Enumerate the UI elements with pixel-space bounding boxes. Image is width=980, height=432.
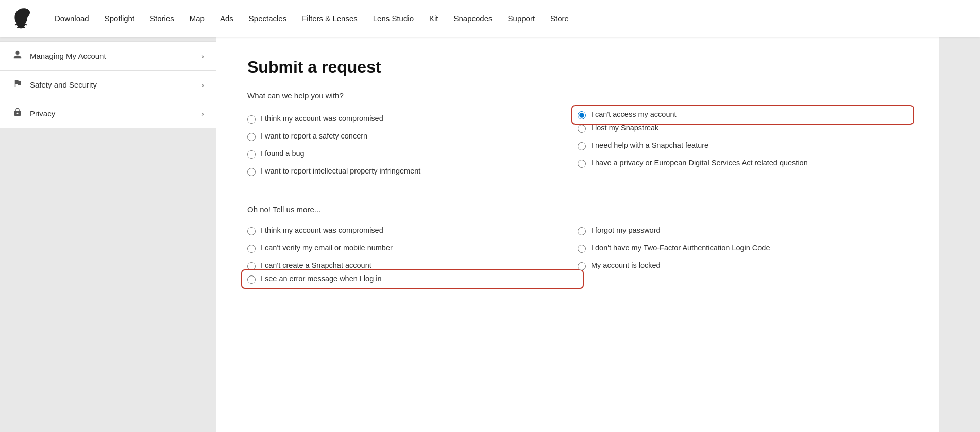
sidebar-label-0: Managing My Account: [30, 51, 106, 60]
radio-label-sub-options-12: My account is locked: [591, 261, 661, 269]
sidebar-item-2[interactable]: Privacy›: [0, 99, 216, 128]
radio-input-main-options-13[interactable]: [578, 160, 586, 168]
radio-option-main-options-0[interactable]: I think my account was compromised: [247, 110, 578, 128]
snapchat-logo[interactable]: [12, 7, 35, 30]
nav-link-support[interactable]: Support: [501, 10, 543, 27]
radio-label-sub-options-0: I think my account was compromised: [261, 226, 383, 234]
top-options-right: I can't access my accountI lost my Snaps…: [578, 110, 908, 180]
radio-option-sub-options-0[interactable]: I think my account was compromised: [247, 222, 578, 239]
radio-option-main-options-2[interactable]: I found a bug: [247, 145, 578, 163]
navbar: DownloadSpotlightStoriesMapAdsSpectacles…: [0, 0, 980, 37]
nav-link-spectacles[interactable]: Spectacles: [242, 10, 294, 27]
right-sidebar: [939, 37, 980, 432]
nav-link-lens-studio[interactable]: Lens Studio: [366, 10, 421, 27]
radio-label-main-options-0: I think my account was compromised: [261, 114, 383, 123]
radio-label-sub-options-10: I forgot my password: [591, 226, 661, 234]
radio-option-sub-options-10[interactable]: I forgot my password: [578, 222, 908, 239]
nav-link-ads[interactable]: Ads: [213, 10, 241, 27]
radio-input-main-options-0[interactable]: [247, 115, 256, 124]
help-question: What can we help you with?: [247, 91, 908, 100]
radio-input-sub-options-1[interactable]: [247, 245, 256, 253]
sidebar-chevron-0: ›: [201, 52, 204, 60]
radio-label-main-options-12: I need help with a Snapchat feature: [591, 141, 708, 149]
radio-label-sub-options-3: I see an error message when I log in: [261, 274, 382, 283]
radio-input-sub-options-10[interactable]: [578, 227, 586, 235]
radio-label-main-options-13: I have a privacy or European Digital Ser…: [591, 159, 808, 167]
subsection-title: Oh no! Tell us more...: [247, 205, 908, 214]
nav-link-stories[interactable]: Stories: [143, 10, 181, 27]
radio-input-main-options-12[interactable]: [578, 142, 586, 150]
radio-input-main-options-1[interactable]: [247, 133, 256, 141]
radio-label-main-options-3: I want to report intellectual property i…: [261, 167, 420, 175]
radio-option-sub-options-12[interactable]: My account is locked: [578, 257, 908, 274]
radio-input-main-options-2[interactable]: [247, 150, 256, 159]
radio-option-sub-options-3[interactable]: I see an error message when I log in: [243, 271, 582, 287]
sidebar-chevron-2: ›: [201, 110, 204, 118]
nav-link-kit[interactable]: Kit: [422, 10, 446, 27]
nav-links: DownloadSpotlightStoriesMapAdsSpectacles…: [47, 14, 576, 23]
radio-option-main-options-12[interactable]: I need help with a Snapchat feature: [578, 137, 908, 154]
radio-label-main-options-11: I lost my Snapstreak: [591, 124, 658, 132]
sidebar-label-1: Safety and Security: [30, 80, 97, 89]
sidebar-item-0[interactable]: Managing My Account›: [0, 41, 216, 71]
radio-input-sub-options-0[interactable]: [247, 227, 256, 235]
radio-option-sub-options-11[interactable]: I don't have my Two-Factor Authenticatio…: [578, 239, 908, 257]
radio-input-sub-options-11[interactable]: [578, 245, 586, 253]
sidebar-icon-1: [12, 79, 23, 91]
radio-input-main-options-11[interactable]: [578, 125, 586, 133]
nav-link-map[interactable]: Map: [182, 10, 212, 27]
radio-option-main-options-13[interactable]: I have a privacy or European Digital Ser…: [578, 154, 908, 172]
nav-link-filters-and-lenses[interactable]: Filters & Lenses: [295, 10, 365, 27]
radio-input-sub-options-12[interactable]: [578, 262, 586, 270]
nav-link-snapcodes[interactable]: Snapcodes: [447, 10, 500, 27]
radio-label-sub-options-11: I don't have my Two-Factor Authenticatio…: [591, 244, 770, 252]
nav-link-spotlight[interactable]: Spotlight: [97, 10, 142, 27]
sidebar-item-1[interactable]: Safety and Security›: [0, 71, 216, 99]
radio-option-main-options-3[interactable]: I want to report intellectual property i…: [247, 163, 578, 180]
radio-option-main-options-11[interactable]: I lost my Snapstreak: [578, 119, 908, 137]
sidebar-icon-2: [12, 108, 23, 119]
radio-input-main-options-10[interactable]: [578, 111, 586, 119]
sidebar-icon-0: [12, 50, 23, 62]
main-content: Submit a request What can we help you wi…: [216, 37, 939, 432]
radio-label-main-options-10: I can't access my account: [591, 110, 677, 118]
nav-link-download[interactable]: Download: [47, 10, 96, 27]
radio-option-main-options-1[interactable]: I want to report a safety concern: [247, 128, 578, 145]
options-grid-top: I think my account was compromisedI want…: [247, 110, 908, 180]
radio-input-sub-options-3[interactable]: [247, 275, 256, 284]
top-options-left: I think my account was compromisedI want…: [247, 110, 578, 180]
radio-label-main-options-1: I want to report a safety concern: [261, 132, 367, 140]
radio-input-sub-options-2[interactable]: [247, 262, 256, 270]
sidebar-label-2: Privacy: [30, 109, 55, 118]
sidebar-chevron-1: ›: [201, 81, 204, 89]
sub-options-right: I forgot my passwordI don't have my Two-…: [578, 222, 908, 284]
page-layout: Managing My Account›Safety and Security›…: [0, 37, 980, 432]
options-grid-sub: I think my account was compromisedI can'…: [247, 222, 908, 284]
radio-label-main-options-2: I found a bug: [261, 149, 305, 158]
radio-label-sub-options-2: I can't create a Snapchat account: [261, 261, 371, 269]
sub-options-left: I think my account was compromisedI can'…: [247, 222, 578, 284]
nav-link-store[interactable]: Store: [543, 10, 576, 27]
sidebar: Managing My Account›Safety and Security›…: [0, 37, 216, 432]
radio-option-sub-options-1[interactable]: I can't verify my email or mobile number: [247, 239, 578, 257]
page-title: Submit a request: [247, 58, 908, 77]
radio-label-sub-options-1: I can't verify my email or mobile number: [261, 244, 393, 252]
radio-input-main-options-3[interactable]: [247, 168, 256, 176]
